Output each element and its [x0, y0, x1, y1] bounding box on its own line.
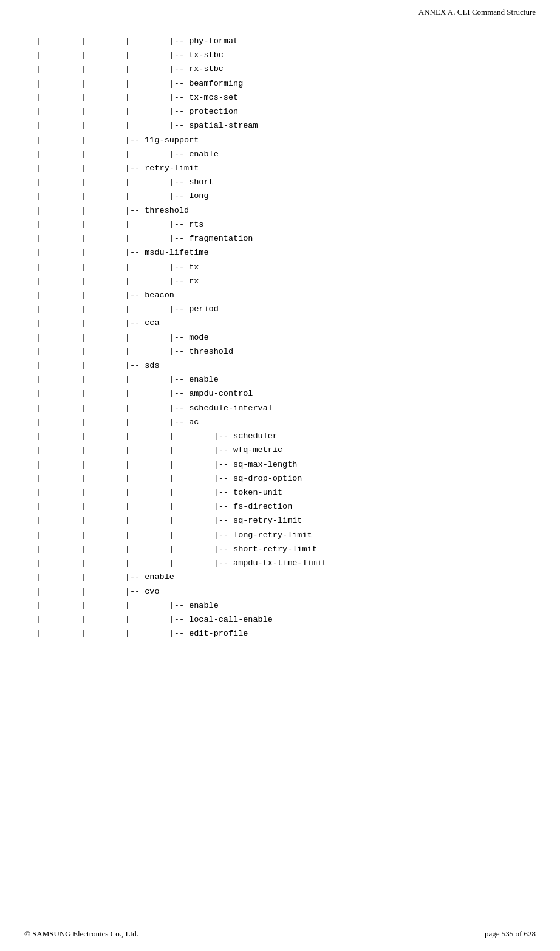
- list-item: | | | | |-- sq-max-length: [36, 458, 524, 472]
- list-item: | | | |-- edit-profile: [36, 627, 524, 640]
- header-title: ANNEX A. CLI Command Structure: [418, 7, 536, 16]
- list-item: | | |-- cvo: [36, 585, 524, 599]
- list-item: | | | |-- enable: [36, 147, 524, 161]
- list-item: | | | | |-- short-retry-limit: [36, 542, 524, 556]
- main-content: | | | |-- phy-format| | | |-- tx-stbc| |…: [0, 22, 560, 677]
- list-item: | | | |-- rts: [36, 218, 524, 232]
- list-item: | | |-- threshold: [36, 204, 524, 218]
- page-footer: © SAMSUNG Electronics Co., Ltd. page 535…: [0, 929, 560, 939]
- list-item: | | | |-- threshold: [36, 345, 524, 359]
- tree-lines: | | | |-- phy-format| | | |-- tx-stbc| |…: [36, 34, 524, 640]
- list-item: | | | |-- enable: [36, 373, 524, 386]
- list-item: | | |-- msdu-lifetime: [36, 245, 524, 259]
- list-item: | | | |-- long: [36, 189, 524, 203]
- list-item: | | | |-- rx-stbc: [36, 62, 524, 76]
- list-item: | | | |-- beamforming: [36, 77, 524, 91]
- list-item: | | | |-- ac: [36, 415, 524, 429]
- list-item: | | | |-- tx-stbc: [36, 48, 524, 62]
- list-item: | | | | |-- sq-drop-option: [36, 472, 524, 486]
- list-item: | | | |-- fragmentation: [36, 232, 524, 245]
- page-header: ANNEX A. CLI Command Structure: [0, 0, 560, 22]
- list-item: | | |-- retry-limit: [36, 161, 524, 175]
- footer-left: © SAMSUNG Electronics Co., Ltd.: [24, 929, 138, 939]
- list-item: | | | |-- enable: [36, 599, 524, 613]
- list-item: | | |-- cca: [36, 316, 524, 330]
- list-item: | | | |-- schedule-interval: [36, 401, 524, 415]
- list-item: | | | | |-- scheduler: [36, 429, 524, 443]
- list-item: | | | |-- rx: [36, 274, 524, 288]
- list-item: | | | |-- local-call-enable: [36, 613, 524, 627]
- list-item: | | |-- 11g-support: [36, 133, 524, 147]
- list-item: | | | |-- ampdu-control: [36, 386, 524, 400]
- list-item: | | | |-- mode: [36, 331, 524, 345]
- list-item: | | | |-- tx: [36, 260, 524, 274]
- list-item: | | | | |-- long-retry-limit: [36, 528, 524, 542]
- list-item: | | | | |-- fs-direction: [36, 500, 524, 513]
- list-item: | | | | |-- token-unit: [36, 486, 524, 500]
- footer-right: page 535 of 628: [485, 929, 536, 939]
- list-item: | | | |-- protection: [36, 105, 524, 118]
- list-item: | | | |-- tx-mcs-set: [36, 91, 524, 105]
- list-item: | | |-- enable: [36, 570, 524, 584]
- list-item: | | | | |-- wfq-metric: [36, 443, 524, 457]
- list-item: | | | |-- short: [36, 175, 524, 189]
- list-item: | | |-- beacon: [36, 288, 524, 302]
- list-item: | | | | |-- sq-retry-limit: [36, 513, 524, 527]
- list-item: | | | |-- spatial-stream: [36, 118, 524, 132]
- list-item: | | | |-- phy-format: [36, 34, 524, 48]
- list-item: | | |-- sds: [36, 359, 524, 373]
- list-item: | | | |-- period: [36, 302, 524, 316]
- list-item: | | | | |-- ampdu-tx-time-limit: [36, 556, 524, 570]
